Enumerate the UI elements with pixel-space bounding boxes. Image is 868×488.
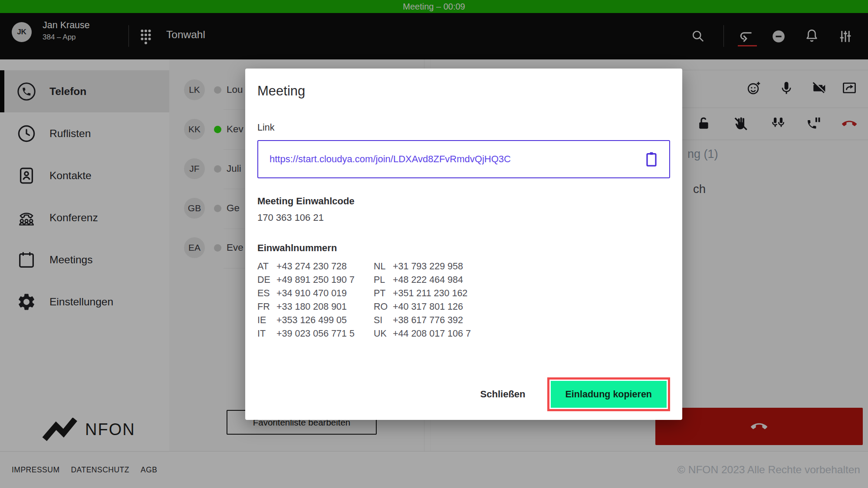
phone-number: +34 910 470 019 — [276, 288, 347, 299]
phone-number: +351 211 230 162 — [393, 288, 467, 299]
link-label: Link — [257, 122, 670, 133]
country-code: RO — [374, 301, 393, 312]
dialin-numbers-label: Einwahlnummern — [257, 242, 670, 254]
dialin-numbers-list: AT+43 274 230 728 DE+49 891 250 190 7 ES… — [257, 260, 670, 341]
copy-invitation-button[interactable]: Einladung kopieren — [551, 381, 667, 408]
meeting-link-url[interactable]: https://start.cloudya.com/join/LDXAvd8ZF… — [270, 154, 645, 165]
phone-number: +38 617 776 392 — [393, 315, 463, 326]
phone-number: +353 126 499 05 — [276, 315, 347, 326]
dialin-code-value: 170 363 106 21 — [257, 212, 670, 223]
phone-number: +48 222 464 984 — [393, 275, 463, 285]
dialin-code-label: Meeting Einwahlcode — [257, 196, 670, 207]
phone-number: +39 023 056 771 5 — [276, 328, 355, 339]
meeting-link-field[interactable]: https://start.cloudya.com/join/LDXAvd8ZF… — [257, 140, 670, 178]
dialin-number-row: AT+43 274 230 728 — [257, 260, 355, 273]
dialin-number-row: PL+48 222 464 984 — [374, 273, 471, 287]
phone-number: +31 793 229 958 — [393, 261, 463, 272]
country-code: SI — [374, 315, 393, 326]
click-highlight-annotation: Einladung kopieren — [547, 377, 671, 411]
dialin-number-row: UK+44 208 017 106 7 — [374, 327, 471, 341]
dialin-number-row: PT+351 211 230 162 — [374, 287, 471, 300]
close-button[interactable]: Schließen — [478, 388, 528, 400]
country-code: DE — [257, 275, 276, 285]
dialin-number-row: SI+38 617 776 392 — [374, 314, 471, 327]
country-code: ES — [257, 288, 276, 299]
dialin-number-row: ES+34 910 470 019 — [257, 287, 355, 300]
country-code: IT — [257, 328, 276, 339]
dialin-number-row: IE+353 126 499 05 — [257, 314, 355, 327]
dialog-actions: Schließen Einladung kopieren — [478, 377, 670, 411]
country-code: FR — [257, 301, 276, 312]
country-code: PL — [374, 275, 393, 285]
phone-number: +44 208 017 106 7 — [393, 328, 471, 339]
country-code: PT — [374, 288, 393, 299]
phone-number: +33 180 208 901 — [276, 301, 347, 312]
country-code: UK — [374, 328, 393, 339]
country-code: AT — [257, 261, 276, 272]
cloudya-app-window: Meeting – 00:09 JK Jan Krause 384 – App … — [0, 0, 868, 488]
dialin-number-row: RO+40 317 801 126 — [374, 300, 471, 314]
country-code: IE — [257, 315, 276, 326]
dialog-title: Meeting — [257, 83, 670, 99]
dialin-number-row: FR+33 180 208 901 — [257, 300, 355, 314]
dialin-number-row: IT+39 023 056 771 5 — [257, 327, 355, 341]
meeting-dialog: Meeting Link https://start.cloudya.com/j… — [245, 69, 682, 420]
phone-number: +43 274 230 728 — [276, 261, 347, 272]
country-code: NL — [374, 261, 393, 272]
dialin-number-row: DE+49 891 250 190 7 — [257, 273, 355, 287]
phone-number: +49 891 250 190 7 — [276, 275, 355, 285]
dialin-number-row: NL+31 793 229 958 — [374, 260, 471, 273]
copy-link-icon[interactable] — [645, 151, 658, 167]
phone-number: +40 317 801 126 — [393, 301, 463, 312]
